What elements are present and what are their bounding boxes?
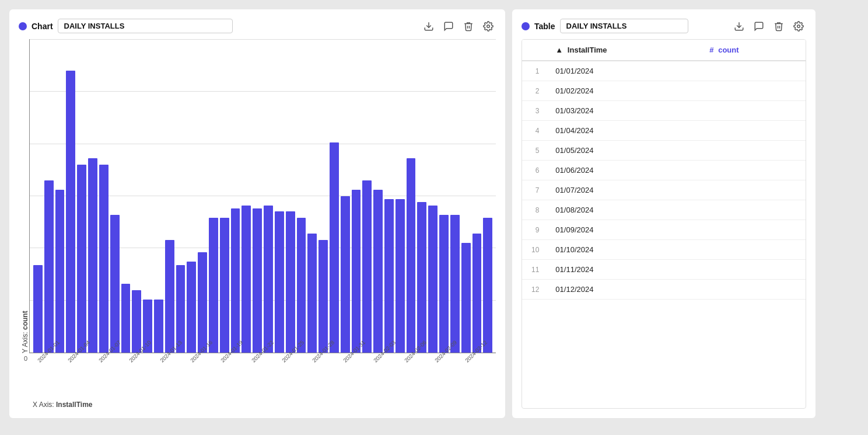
- bar: [99, 165, 108, 353]
- bar: [55, 190, 65, 353]
- bar: [341, 196, 350, 353]
- chart-dot: [19, 22, 27, 30]
- bar: [33, 265, 43, 353]
- table-toolbar-icons: [732, 20, 806, 33]
- bar: [384, 199, 394, 353]
- bar: [66, 71, 75, 353]
- installtime-sort-icon: ▲: [555, 46, 563, 54]
- table-row: 3 01/03/2024: [522, 101, 806, 121]
- y-axis-label: Y Axis: count: [19, 39, 29, 353]
- row-date: 01/03/2024: [546, 101, 700, 121]
- chart-toolbar: Chart: [19, 19, 496, 33]
- row-number: 3: [522, 101, 546, 121]
- col-num-header: [522, 40, 546, 61]
- bar: [165, 240, 174, 353]
- table-row: 4 01/04/2024: [522, 121, 806, 141]
- row-date: 01/02/2024: [546, 81, 700, 101]
- table-row: 6 01/06/2024: [522, 161, 806, 180]
- row-number: 8: [522, 200, 546, 220]
- row-date: 01/05/2024: [546, 141, 700, 161]
- row-date: 01/07/2024: [546, 180, 700, 200]
- row-date: 01/12/2024: [546, 280, 700, 300]
- row-number: 4: [522, 121, 546, 141]
- table-delete-button[interactable]: [771, 20, 786, 33]
- bar: [220, 218, 229, 353]
- chart-inner: 0: [29, 39, 496, 353]
- table-settings-button[interactable]: [791, 20, 806, 33]
- bar: [253, 208, 262, 353]
- chart-label: Chart: [32, 22, 53, 31]
- row-count: [700, 220, 806, 240]
- svg-point-3: [797, 25, 800, 27]
- table-row: 2 01/02/2024: [522, 81, 806, 101]
- row-date: 01/04/2024: [546, 121, 700, 141]
- bar: [231, 208, 240, 353]
- data-table: ▲ InstallTime # count 1 01/01/2024 2 01/…: [522, 40, 806, 300]
- table-dot: [522, 22, 530, 30]
- bar: [417, 202, 426, 353]
- row-count: [700, 161, 806, 180]
- bar: [275, 211, 284, 353]
- row-count: [700, 61, 806, 81]
- table-download-button[interactable]: [732, 20, 747, 33]
- row-number: 5: [522, 141, 546, 161]
- svg-point-1: [487, 25, 490, 27]
- row-date: 01/06/2024: [546, 161, 700, 180]
- table-toolbar: Table: [522, 19, 806, 33]
- row-date: 01/01/2024: [546, 61, 700, 81]
- chart-comment-button[interactable]: [441, 20, 456, 33]
- row-date: 01/08/2024: [546, 200, 700, 220]
- bar: [439, 215, 449, 353]
- bar: [330, 142, 339, 353]
- bar: [132, 290, 141, 353]
- bar: [396, 199, 405, 353]
- x-axis: 2024-01-012024-01-042024-01-072024-01-10…: [33, 353, 496, 366]
- chart-download-button[interactable]: [421, 20, 436, 33]
- row-number: 11: [522, 260, 546, 280]
- bar: [88, 158, 97, 353]
- bar: [77, 165, 86, 353]
- bar: [473, 234, 482, 353]
- chart-container: Y Axis: count 0: [19, 39, 496, 353]
- chart-toolbar-icons: [421, 20, 496, 33]
- col-installtime-header[interactable]: ▲ InstallTime: [546, 40, 700, 61]
- row-count: [700, 121, 806, 141]
- row-number: 1: [522, 61, 546, 81]
- bar: [110, 215, 120, 353]
- chart-delete-button[interactable]: [461, 20, 476, 33]
- row-count: [700, 280, 806, 300]
- table-row: 11 01/11/2024: [522, 260, 806, 280]
- table-row: 7 01/07/2024: [522, 180, 806, 200]
- bar: [461, 243, 471, 353]
- row-count: [700, 141, 806, 161]
- zero-label: 0: [24, 355, 27, 362]
- row-number: 10: [522, 240, 546, 260]
- count-hash-icon: #: [709, 46, 713, 54]
- table-row: 1 01/01/2024: [522, 61, 806, 81]
- col-count-header[interactable]: # count: [700, 40, 806, 61]
- chart-area: Y Axis: count 0 2024-01-012024-01-042024…: [19, 39, 496, 409]
- chart-title-input[interactable]: [58, 19, 233, 33]
- bar: [187, 262, 196, 353]
- table-comment-button[interactable]: [751, 20, 766, 33]
- row-count: [700, 81, 806, 101]
- bar: [362, 180, 372, 353]
- table-row: 8 01/08/2024: [522, 200, 806, 220]
- table-label: Table: [534, 22, 555, 31]
- chart-settings-button[interactable]: [481, 20, 496, 33]
- bars-area: [30, 39, 496, 353]
- bar: [352, 190, 361, 353]
- table-header-row: ▲ InstallTime # count: [522, 40, 806, 61]
- row-date: 01/10/2024: [546, 240, 700, 260]
- table-row: 12 01/12/2024: [522, 280, 806, 300]
- row-number: 12: [522, 280, 546, 300]
- table-wrapper[interactable]: ▲ InstallTime # count 1 01/01/2024 2 01/…: [522, 39, 806, 409]
- table-title-input[interactable]: [560, 19, 688, 33]
- row-count: [700, 240, 806, 260]
- bar: [121, 284, 131, 353]
- row-count: [700, 200, 806, 220]
- bar: [407, 158, 416, 353]
- bar: [286, 211, 295, 353]
- row-number: 6: [522, 161, 546, 180]
- bar: [209, 218, 218, 353]
